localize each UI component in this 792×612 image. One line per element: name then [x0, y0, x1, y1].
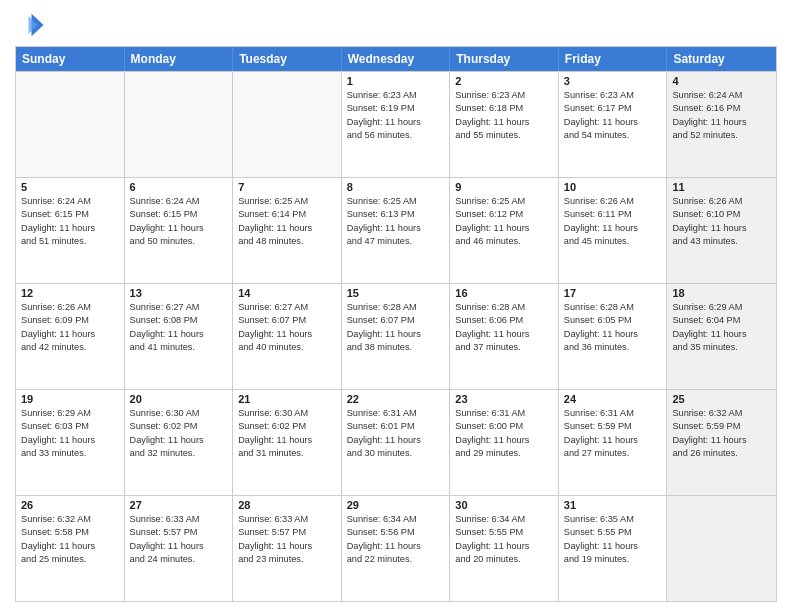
calendar-cell: 7Sunrise: 6:25 AMSunset: 6:14 PMDaylight… [233, 178, 342, 283]
cell-info-line: Daylight: 11 hours [564, 540, 662, 553]
cell-info-line: Sunrise: 6:30 AM [238, 407, 336, 420]
cell-info-line: Sunrise: 6:31 AM [455, 407, 553, 420]
day-number: 14 [238, 287, 336, 299]
cell-info-line: and 23 minutes. [238, 553, 336, 566]
calendar-cell: 30Sunrise: 6:34 AMSunset: 5:55 PMDayligh… [450, 496, 559, 601]
cell-info-line: and 27 minutes. [564, 447, 662, 460]
cell-info-line: Sunrise: 6:28 AM [347, 301, 445, 314]
cell-info-line: and 47 minutes. [347, 235, 445, 248]
cell-info-line: Sunset: 6:15 PM [130, 208, 228, 221]
cell-info-line: and 29 minutes. [455, 447, 553, 460]
cell-info-line: Daylight: 11 hours [130, 540, 228, 553]
calendar-row: 26Sunrise: 6:32 AMSunset: 5:58 PMDayligh… [16, 495, 776, 601]
cell-info-line: Sunrise: 6:26 AM [21, 301, 119, 314]
calendar-cell: 10Sunrise: 6:26 AMSunset: 6:11 PMDayligh… [559, 178, 668, 283]
cell-info-line: Daylight: 11 hours [21, 222, 119, 235]
calendar-body: 1Sunrise: 6:23 AMSunset: 6:19 PMDaylight… [16, 71, 776, 601]
logo-icon [15, 10, 45, 40]
day-number: 18 [672, 287, 771, 299]
cell-info-line: Daylight: 11 hours [238, 434, 336, 447]
cell-info-line: and 26 minutes. [672, 447, 771, 460]
cell-info-line: Sunrise: 6:27 AM [238, 301, 336, 314]
cell-info-line: Sunset: 6:15 PM [21, 208, 119, 221]
calendar-cell: 1Sunrise: 6:23 AMSunset: 6:19 PMDaylight… [342, 72, 451, 177]
day-number: 19 [21, 393, 119, 405]
calendar-cell [16, 72, 125, 177]
cell-info-line: Daylight: 11 hours [21, 434, 119, 447]
cell-info-line: Sunset: 6:05 PM [564, 314, 662, 327]
day-number: 5 [21, 181, 119, 193]
cell-info-line: and 24 minutes. [130, 553, 228, 566]
cell-info-line: Daylight: 11 hours [238, 540, 336, 553]
cell-info-line: Sunset: 6:04 PM [672, 314, 771, 327]
weekday-header: Monday [125, 47, 234, 71]
calendar-cell: 27Sunrise: 6:33 AMSunset: 5:57 PMDayligh… [125, 496, 234, 601]
cell-info-line: Sunrise: 6:25 AM [238, 195, 336, 208]
cell-info-line: and 40 minutes. [238, 341, 336, 354]
cell-info-line: Daylight: 11 hours [564, 116, 662, 129]
day-number: 29 [347, 499, 445, 511]
day-number: 23 [455, 393, 553, 405]
cell-info-line: Sunset: 6:14 PM [238, 208, 336, 221]
day-number: 25 [672, 393, 771, 405]
cell-info-line: Sunrise: 6:34 AM [347, 513, 445, 526]
cell-info-line: Sunset: 6:18 PM [455, 102, 553, 115]
cell-info-line: Sunrise: 6:23 AM [564, 89, 662, 102]
cell-info-line: Daylight: 11 hours [347, 222, 445, 235]
day-number: 4 [672, 75, 771, 87]
cell-info-line: and 41 minutes. [130, 341, 228, 354]
cell-info-line: Daylight: 11 hours [130, 434, 228, 447]
cell-info-line: and 54 minutes. [564, 129, 662, 142]
cell-info-line: Sunset: 6:17 PM [564, 102, 662, 115]
calendar-cell: 3Sunrise: 6:23 AMSunset: 6:17 PMDaylight… [559, 72, 668, 177]
day-number: 27 [130, 499, 228, 511]
cell-info-line: Sunset: 6:13 PM [347, 208, 445, 221]
day-number: 12 [21, 287, 119, 299]
cell-info-line: and 35 minutes. [672, 341, 771, 354]
cell-info-line: Sunset: 6:02 PM [238, 420, 336, 433]
cell-info-line: and 43 minutes. [672, 235, 771, 248]
cell-info-line: Sunrise: 6:31 AM [564, 407, 662, 420]
cell-info-line: Sunset: 5:55 PM [564, 526, 662, 539]
cell-info-line: Sunrise: 6:24 AM [21, 195, 119, 208]
cell-info-line: and 19 minutes. [564, 553, 662, 566]
cell-info-line: and 50 minutes. [130, 235, 228, 248]
calendar-cell: 6Sunrise: 6:24 AMSunset: 6:15 PMDaylight… [125, 178, 234, 283]
cell-info-line: Sunset: 5:59 PM [672, 420, 771, 433]
cell-info-line: Sunrise: 6:27 AM [130, 301, 228, 314]
day-number: 9 [455, 181, 553, 193]
weekday-header: Thursday [450, 47, 559, 71]
cell-info-line: Daylight: 11 hours [347, 116, 445, 129]
cell-info-line: Sunset: 6:01 PM [347, 420, 445, 433]
day-number: 1 [347, 75, 445, 87]
cell-info-line: Sunrise: 6:30 AM [130, 407, 228, 420]
calendar-cell: 24Sunrise: 6:31 AMSunset: 5:59 PMDayligh… [559, 390, 668, 495]
calendar-cell: 23Sunrise: 6:31 AMSunset: 6:00 PMDayligh… [450, 390, 559, 495]
cell-info-line: Sunset: 5:57 PM [130, 526, 228, 539]
cell-info-line: Sunset: 6:16 PM [672, 102, 771, 115]
cell-info-line: Sunrise: 6:33 AM [238, 513, 336, 526]
cell-info-line: Sunrise: 6:32 AM [21, 513, 119, 526]
cell-info-line: Daylight: 11 hours [21, 540, 119, 553]
cell-info-line: and 45 minutes. [564, 235, 662, 248]
calendar-header: SundayMondayTuesdayWednesdayThursdayFrid… [16, 47, 776, 71]
cell-info-line: Daylight: 11 hours [455, 328, 553, 341]
cell-info-line: Daylight: 11 hours [672, 116, 771, 129]
calendar-cell: 5Sunrise: 6:24 AMSunset: 6:15 PMDaylight… [16, 178, 125, 283]
cell-info-line: and 55 minutes. [455, 129, 553, 142]
cell-info-line: Sunrise: 6:24 AM [672, 89, 771, 102]
calendar-row: 12Sunrise: 6:26 AMSunset: 6:09 PMDayligh… [16, 283, 776, 389]
cell-info-line: Daylight: 11 hours [455, 222, 553, 235]
cell-info-line: Daylight: 11 hours [347, 328, 445, 341]
calendar-cell: 8Sunrise: 6:25 AMSunset: 6:13 PMDaylight… [342, 178, 451, 283]
cell-info-line: Sunrise: 6:26 AM [672, 195, 771, 208]
cell-info-line: Sunrise: 6:28 AM [455, 301, 553, 314]
cell-info-line: and 37 minutes. [455, 341, 553, 354]
cell-info-line: and 30 minutes. [347, 447, 445, 460]
cell-info-line: and 20 minutes. [455, 553, 553, 566]
cell-info-line: Daylight: 11 hours [130, 328, 228, 341]
cell-info-line: Sunrise: 6:35 AM [564, 513, 662, 526]
day-number: 2 [455, 75, 553, 87]
cell-info-line: Sunset: 6:03 PM [21, 420, 119, 433]
cell-info-line: and 51 minutes. [21, 235, 119, 248]
